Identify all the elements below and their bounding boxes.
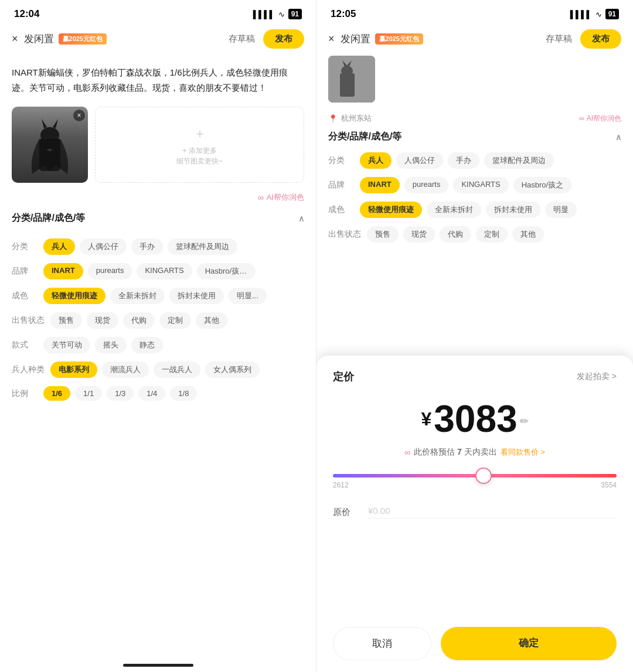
filter-tag[interactable]: purearts (88, 263, 132, 279)
filter-tag[interactable]: KINGARTS (453, 177, 508, 193)
filter-tag[interactable]: 静态 (131, 337, 163, 353)
filter-tag[interactable]: 1/6 (43, 386, 70, 401)
filter-tag[interactable]: 潮流兵人 (102, 361, 149, 378)
right-thumb-svg (328, 56, 375, 103)
close-btn-left[interactable]: × (12, 33, 18, 45)
filter-tag[interactable]: 女人偶系列 (205, 361, 260, 378)
filter-tag[interactable]: 篮球配件及周边 (168, 238, 237, 255)
filter-tag[interactable]: Hasbro/孩之宝 (197, 263, 256, 279)
price-value[interactable]: 3083 (434, 400, 517, 438)
filter-tag[interactable]: 全新未拆封 (427, 202, 481, 218)
filter-tag[interactable]: 电影系列 (50, 361, 97, 378)
filter-tag[interactable]: 其他 (196, 312, 227, 329)
page-title-right: 发闲置 (341, 32, 370, 46)
filter-tag[interactable]: purearts (404, 177, 449, 193)
filter-tags: 兵人人偶公仔手办篮球配件及周边 (360, 152, 621, 169)
filter-label: 分类 (12, 241, 38, 252)
edit-price-icon[interactable]: ✏ (520, 415, 529, 428)
filter-tag[interactable]: 代购 (123, 312, 155, 329)
original-price-row: 原价 ¥0.00 (333, 506, 617, 519)
image-close-btn[interactable]: × (73, 110, 85, 121)
filter-tag[interactable]: 1/4 (138, 386, 165, 401)
chevron-up-icon-left[interactable]: ∧ (298, 214, 304, 223)
filter-tag[interactable]: 其他 (512, 226, 544, 243)
description-text[interactable]: INART新蝙蝠侠，罗伯特帕丁森战衣版，1/6比例兵人，成色轻微使用痕迹。关节可… (12, 65, 304, 95)
filter-tag[interactable]: 一战兵人 (154, 361, 200, 378)
filter-tag[interactable]: 人偶公仔 (80, 238, 127, 255)
filter-rows-right: 分类兵人人偶公仔手办篮球配件及周边品牌INARTpureartsKINGARTS… (316, 152, 633, 243)
auction-btn[interactable]: 发起拍卖 > (577, 371, 617, 382)
filter-tag[interactable]: 现货 (403, 226, 435, 243)
filter-tags: INARTpureartsKINGARTSHasbro/孩之宝 (43, 263, 304, 279)
image-area: × ＋ + 添加更多 细节图卖更快~ (12, 107, 304, 183)
filter-row: 款式关节可动摇头静态 (12, 337, 304, 353)
filter-tag[interactable]: 明显 (545, 202, 577, 218)
top-bar-right-left-section: × 发闲置 赢2025元红包 (328, 32, 423, 46)
filter-tag[interactable]: 兵人 (43, 238, 75, 255)
filter-tag[interactable]: 全新未拆封 (110, 288, 165, 304)
ai-logo-icon-right: ∞ (579, 114, 584, 122)
filter-tag[interactable]: 摇头 (95, 337, 127, 353)
chevron-up-icon-right[interactable]: ∧ (615, 132, 621, 142)
ai-color-btn-right[interactable]: ∞ AI帮你润色 (579, 114, 621, 124)
filter-tags: 电影系列潮流兵人一战兵人女人偶系列 (50, 361, 304, 378)
filter-tag[interactable]: 轻微使用痕迹 (360, 202, 422, 218)
batman-image-thumb[interactable]: × (12, 107, 88, 183)
ai-color-btn[interactable]: ∞ AI帮你润色 (258, 192, 304, 203)
filter-tag[interactable]: 定制 (476, 226, 508, 243)
publish-btn-right[interactable]: 发布 (580, 29, 621, 49)
promo-badge-left: 赢2025元红包 (59, 33, 107, 45)
pricing-overlay: 定价 发起拍卖 > ¥ 3083 ✏ ∞ 此价格预估 7 天内卖出 看同款售价 … (316, 356, 633, 672)
publish-btn-left[interactable]: 发布 (263, 29, 304, 49)
filter-tags: 轻微使用痕迹全新未拆封拆封未使用明显... (43, 288, 304, 304)
filter-tag[interactable]: Hasbro/孩之 (513, 177, 572, 193)
slider-thumb[interactable] (475, 468, 492, 484)
filter-tag[interactable]: 代购 (440, 226, 471, 243)
filter-tag[interactable]: 1/3 (107, 386, 134, 401)
cancel-btn[interactable]: 取消 (333, 627, 431, 660)
close-btn-right[interactable]: × (328, 33, 335, 45)
page-title-left: 发闲置 (24, 32, 54, 46)
filter-tag[interactable]: 预售 (50, 312, 82, 329)
filter-tag[interactable]: 手办 (131, 238, 163, 255)
filter-tag[interactable]: 现货 (87, 312, 118, 329)
pricing-header: 定价 发起拍卖 > (333, 370, 617, 384)
filter-tag[interactable]: 轻微使用痕迹 (43, 288, 106, 304)
add-more-images-btn[interactable]: ＋ + 添加更多 细节图卖更快~ (95, 107, 304, 183)
filter-tags: INARTpureartsKINGARTSHasbro/孩之 (360, 177, 621, 193)
filter-tag[interactable]: 手办 (448, 152, 479, 169)
action-btns: 取消 确定 (333, 627, 617, 660)
right-thumb-1[interactable] (328, 56, 375, 103)
filter-tag[interactable]: 拆封未使用 (169, 288, 224, 304)
filter-tag[interactable]: 兵人 (360, 152, 392, 169)
prediction-row: ∞ 此价格预估 7 天内卖出 看同款售价 > (333, 447, 617, 458)
filter-label: 分类 (328, 155, 354, 166)
filter-tag[interactable]: 1/8 (170, 386, 197, 401)
draft-btn-left[interactable]: 存草稿 (229, 33, 255, 45)
filter-tag[interactable]: 拆封未使用 (486, 202, 540, 218)
original-price-value[interactable]: ¥0.00 (368, 506, 617, 519)
filter-tag[interactable]: KINGARTS (137, 263, 192, 279)
filter-tag[interactable]: 定制 (159, 312, 191, 329)
pred-logo-icon: ∞ (404, 448, 410, 457)
top-bar-left: × 发闲置 赢2025元红包 存草稿 发布 (0, 25, 316, 56)
time-left: 12:04 (14, 8, 39, 20)
filter-tag[interactable]: INART (360, 177, 400, 193)
filter-label: 成色 (328, 204, 354, 215)
location-text[interactable]: 杭州东站 (341, 113, 372, 124)
filter-tag[interactable]: 人偶公仔 (396, 152, 443, 169)
filter-tag[interactable]: 篮球配件及周边 (484, 152, 554, 169)
filter-tag[interactable]: 明显... (229, 288, 267, 304)
filter-tag[interactable]: INART (43, 263, 83, 279)
filter-row: 成色轻微使用痕迹全新未拆封拆封未使用明显 (328, 202, 621, 218)
confirm-btn[interactable]: 确定 (441, 627, 617, 660)
filter-rows-left: 分类兵人人偶公仔手办篮球配件及周边品牌INARTpureartsKINGARTS… (12, 238, 304, 401)
filter-tag[interactable]: 1/1 (75, 386, 102, 401)
view-same-price-btn[interactable]: 看同款售价 > (501, 447, 545, 458)
ai-color-area: ∞ AI帮你润色 (12, 192, 304, 203)
filter-tag[interactable]: 预售 (367, 226, 399, 243)
svg-point-6 (341, 66, 353, 76)
draft-btn-right[interactable]: 存草稿 (546, 33, 572, 45)
filter-tag[interactable]: 关节可动 (43, 337, 90, 353)
batman-svg (26, 110, 73, 180)
